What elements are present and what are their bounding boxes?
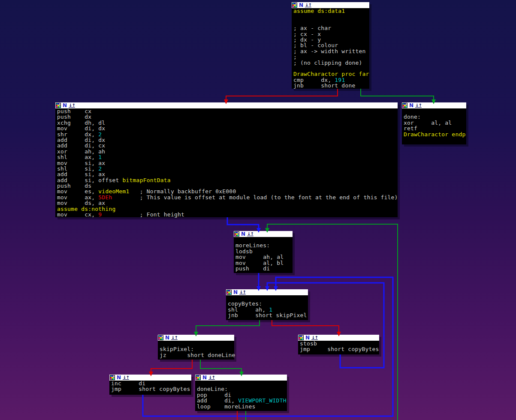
graph-node-doneline[interactable]: N↓↑ doneLine:pop diadd di, VIEWPORT_WIDT… <box>195 375 287 411</box>
asm-line <box>235 237 293 243</box>
edge-copybytes-true-to-skippixel <box>196 320 260 332</box>
node-color-grid-icon[interactable] <box>56 103 61 108</box>
asm-line: add di, cx <box>57 143 398 148</box>
node-normal-icon[interactable]: N <box>233 290 238 295</box>
graph-node-stosb[interactable]: N↓↑stosbjmp short copyBytes <box>298 335 379 354</box>
node-normal-icon[interactable]: N <box>409 103 413 108</box>
node-titlebar[interactable]: N↓↑ <box>298 335 379 341</box>
asm-line: ; dx - y <box>293 37 369 42</box>
graph-node-morelines[interactable]: N↓↑ moreLines:lodsbmov ah, almov al, blp… <box>234 231 293 273</box>
node-sort-arrows-icon[interactable]: ↓↑ <box>123 375 129 380</box>
asm-line: xor ah, ah <box>57 149 398 154</box>
node-sort-arrows-icon[interactable]: ↓↑ <box>239 290 246 295</box>
node-titlebar[interactable]: N↓↑ <box>55 102 398 108</box>
node-color-grid-icon[interactable] <box>234 231 239 237</box>
asm-line: ; cx - x <box>293 31 369 37</box>
asm-line: inc di <box>111 381 191 386</box>
node-sort-arrows-icon[interactable]: ↓↑ <box>69 103 75 108</box>
asm-line: mov ax, 5DEh ; This value is offset at m… <box>57 195 398 200</box>
asm-line <box>293 20 369 25</box>
asm-line: doneLine: <box>197 386 287 392</box>
asm-line: jmp short copyBytes <box>300 346 379 352</box>
graph-node-skippixel[interactable]: N↓↑ skipPixel:jz short doneLine <box>158 335 234 360</box>
node-normal-icon[interactable]: N <box>117 375 121 380</box>
asm-line: done: <box>404 114 466 120</box>
asm-line: mov ah, al <box>235 254 293 260</box>
edge-skippixel-true-to-doneline <box>200 360 241 372</box>
node-color-grid-icon[interactable] <box>299 335 304 340</box>
node-asm-body[interactable]: doneLine:pop diadd di, VIEWPORT_WIDTHloo… <box>195 381 287 409</box>
node-titlebar[interactable]: N↓↑ <box>226 289 308 295</box>
edge-entry-true-to-done <box>361 89 434 100</box>
node-asm-body[interactable]: done:xor al, alretfDrawCharactor endp <box>402 108 466 137</box>
node-asm-body[interactable]: moreLines:lodsbmov ah, almov al, blpush … <box>234 237 293 271</box>
asm-line: jz short doneLine <box>160 352 234 358</box>
asm-line: shl ax, 1 <box>57 154 398 160</box>
node-color-grid-icon[interactable] <box>402 103 407 108</box>
node-sort-arrows-icon[interactable]: ↓↑ <box>305 3 311 8</box>
asm-line <box>404 108 466 114</box>
node-titlebar[interactable]: N↓↑ <box>292 2 369 8</box>
node-titlebar[interactable]: N↓↑ <box>158 335 234 341</box>
graph-canvas[interactable]: N↓↑assume ds:data1 ; ax - char; cx - x; … <box>0 0 516 420</box>
asm-line <box>293 14 369 19</box>
node-normal-icon[interactable]: N <box>165 335 169 340</box>
node-normal-icon[interactable]: N <box>299 3 303 8</box>
asm-line: assume ds:nothing <box>57 206 398 212</box>
asm-line: mov es, videoMem1 ; Normally backbuffer … <box>57 189 398 194</box>
node-sort-arrows-icon[interactable]: ↓↑ <box>171 335 178 340</box>
asm-line: jnb short done <box>293 83 369 88</box>
node-asm-body[interactable]: push cxpush dxxchg dh, dlmov di, dxshr d… <box>55 108 398 217</box>
graph-node-done[interactable]: N↓↑ done:xor al, alretfDrawCharactor end… <box>402 102 466 144</box>
node-normal-icon[interactable]: N <box>241 231 245 237</box>
node-sort-arrows-icon[interactable]: ↓↑ <box>208 375 215 380</box>
node-sort-arrows-icon[interactable]: ↓↑ <box>247 231 253 237</box>
asm-line: push dx <box>57 114 398 120</box>
graph-node-copybytes[interactable]: N↓↑ copyBytes:shl ah, 1jnb short skipPix… <box>226 289 308 320</box>
asm-line <box>197 381 287 386</box>
edge-skippixel-false-to-incpixel <box>151 360 192 372</box>
node-asm-body[interactable]: inc dijmp short copyBytes <box>109 381 191 392</box>
asm-line: loop moreLines <box>197 404 287 409</box>
edge-entry-false-to-prologue <box>226 89 338 100</box>
node-sort-arrows-icon[interactable]: ↓↑ <box>415 103 422 108</box>
asm-line: copyBytes: <box>228 301 308 306</box>
asm-line: assume ds:data1 <box>293 8 369 14</box>
asm-line: DrawCharactor proc far <box>293 71 369 77</box>
asm-line: push ds <box>57 183 398 189</box>
node-color-grid-icon[interactable] <box>158 335 163 340</box>
asm-line: mov si, ax <box>57 160 398 166</box>
grid-icon-cell <box>406 106 407 108</box>
node-titlebar[interactable]: N↓↑ <box>109 375 191 381</box>
asm-line: ; ax -> width written <box>293 48 369 54</box>
asm-line: mov al, bl <box>235 260 293 266</box>
node-color-grid-icon[interactable] <box>110 375 115 380</box>
node-normal-icon[interactable]: N <box>63 103 67 108</box>
node-titlebar[interactable]: N↓↑ <box>195 375 287 381</box>
node-titlebar[interactable]: N↓↑ <box>234 231 293 237</box>
node-color-grid-icon[interactable] <box>196 375 201 380</box>
node-color-grid-icon[interactable] <box>292 3 297 8</box>
node-titlebar[interactable]: N↓↑ <box>402 102 466 108</box>
node-sort-arrows-icon[interactable]: ↓↑ <box>311 335 318 340</box>
node-asm-body[interactable]: assume ds:data1 ; ax - char; cx - x; dx … <box>292 8 369 88</box>
asm-line: mov di, dx <box>57 126 398 131</box>
node-color-grid-icon[interactable] <box>226 290 232 295</box>
asm-line: ; <box>293 54 369 60</box>
asm-line: stosb <box>300 341 379 346</box>
graph-node-incpixel[interactable]: N↓↑inc dijmp short copyBytes <box>109 375 191 395</box>
node-normal-icon[interactable]: N <box>305 335 310 340</box>
graph-node-prologue[interactable]: N↓↑push cxpush dxxchg dh, dlmov di, dxsh… <box>55 102 398 217</box>
asm-line: jmp short copyBytes <box>111 386 191 392</box>
node-asm-body[interactable]: skipPixel:jz short doneLine <box>158 341 234 358</box>
grid-icon-cell <box>302 339 303 340</box>
node-normal-icon[interactable]: N <box>202 375 207 380</box>
node-asm-body[interactable]: copyBytes:shl ah, 1jnb short skipPixel <box>226 295 308 318</box>
asm-line: moreLines: <box>235 243 293 248</box>
asm-line: cmp dx, 191 <box>293 77 369 83</box>
node-asm-body[interactable]: stosbjmp short copyBytes <box>298 341 379 352</box>
asm-line: DrawCharactor endp <box>404 132 466 137</box>
asm-line: xchg dh, dl <box>57 120 398 126</box>
graph-node-entry[interactable]: N↓↑assume ds:data1 ; ax - char; cx - x; … <box>292 2 369 89</box>
asm-line: skipPixel: <box>160 346 234 352</box>
